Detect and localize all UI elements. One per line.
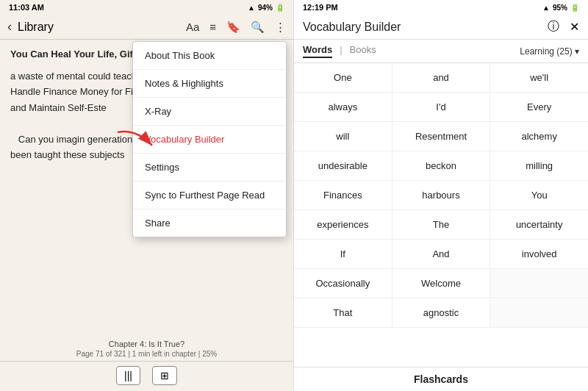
battery-icon: 🔋 [276, 4, 284, 12]
right-status-icons: ▲ 95% 🔋 [542, 4, 579, 12]
right-header-icons: ⓘ ✕ [548, 19, 579, 35]
dropdown-menu: About This Book Notes & Highlights X-Ray… [132, 41, 287, 237]
list-item[interactable]: alchemy [490, 122, 588, 151]
menu-item-about[interactable]: About This Book [133, 42, 286, 70]
list-item [490, 298, 588, 327]
battery-text: 94% [258, 4, 273, 12]
list-item[interactable]: And [392, 240, 491, 268]
list-item [490, 269, 588, 298]
tab-group: Words | Books [303, 44, 376, 58]
nav-grid-button[interactable]: ⊞ [152, 366, 177, 385]
table-row: will Resentment alchemy [294, 122, 588, 151]
list-item[interactable]: You [490, 181, 588, 209]
list-item[interactable]: Every [490, 93, 588, 121]
list-item[interactable]: will [294, 122, 392, 151]
list-item[interactable]: and [392, 63, 491, 92]
table-row: undesirable beckon milling [294, 151, 588, 181]
right-status-bar: 12:19 PM ▲ 95% 🔋 [294, 0, 588, 15]
list-item[interactable]: agnostic [392, 298, 491, 327]
flashcards-button[interactable]: Flashcards [294, 367, 588, 391]
tab-books[interactable]: Books [350, 44, 376, 58]
vocab-tabs: Words | Books Learning (25) ▾ [294, 40, 588, 63]
vocab-header: Vocabulary Builder ⓘ ✕ [294, 15, 588, 40]
list-item[interactable]: beckon [392, 151, 491, 180]
table-row: experiences The uncertainty [294, 210, 588, 240]
left-status-icons: ▲ 94% 🔋 [248, 4, 284, 12]
table-row: One and we'll [294, 63, 588, 93]
tab-words[interactable]: Words [303, 44, 332, 58]
header-icons: Aa ≡ 🔖 🔍 ⋮ [186, 21, 286, 34]
close-button[interactable]: ✕ [570, 20, 579, 34]
list-item[interactable]: milling [490, 151, 588, 180]
right-battery-icon: 🔋 [570, 4, 579, 12]
learning-filter[interactable]: Learning (25) ▾ [520, 46, 579, 57]
table-row: If And involved [294, 240, 588, 269]
left-panel: 11:03 AM ▲ 94% 🔋 ‹ Library Aa ≡ 🔖 🔍 ⋮ Yo… [0, 0, 294, 391]
bottom-nav: ||| ⊞ [0, 361, 293, 391]
left-status-bar: 11:03 AM ▲ 94% 🔋 [0, 0, 293, 15]
list-item[interactable]: experiences [294, 210, 392, 239]
menu-item-settings[interactable]: Settings [133, 154, 286, 182]
info-button[interactable]: ⓘ [548, 19, 559, 35]
menu-item-sync[interactable]: Sync to Furthest Page Read [133, 182, 286, 209]
word-grid: One and we'll always I'd Every will Rese… [294, 63, 588, 367]
list-item[interactable]: Finances [294, 181, 392, 209]
list-item[interactable]: Resentment [392, 122, 491, 151]
wifi-icon: ▲ [248, 4, 255, 12]
table-row: Finances harbours You [294, 181, 588, 210]
list-item[interactable]: undesirable [294, 151, 392, 180]
font-button[interactable]: Aa [186, 21, 199, 33]
menu-item-share[interactable]: Share [133, 209, 286, 237]
vocab-title: Vocabulary Builder [303, 21, 401, 34]
menu-item-xray[interactable]: X-Ray [133, 98, 286, 126]
table-row: always I'd Every [294, 93, 588, 122]
list-item[interactable]: If [294, 240, 392, 268]
list-item[interactable]: That [294, 298, 392, 327]
list-item[interactable]: One [294, 63, 392, 92]
back-button[interactable]: ‹ [7, 19, 12, 35]
right-battery-text: 95% [553, 4, 567, 12]
chapter-label: Chapter 4: Is It True? [0, 337, 293, 350]
list-item[interactable]: we'll [490, 63, 588, 92]
search-button[interactable]: 🔍 [251, 21, 265, 34]
bookmark-button[interactable]: 🔖 [226, 21, 240, 34]
right-panel: 12:19 PM ▲ 95% 🔋 Vocabulary Builder ⓘ ✕ … [294, 0, 588, 391]
list-item[interactable]: always [294, 93, 392, 121]
list-item[interactable]: I'd [392, 93, 491, 121]
toc-button[interactable]: ≡ [209, 21, 216, 33]
list-item[interactable]: Occasionally [294, 269, 392, 298]
menu-item-vocab[interactable]: Vocabulary Builder [133, 126, 286, 154]
nav-chapters-button[interactable]: ||| [116, 366, 140, 385]
table-row: Occasionally Welcome [294, 269, 588, 298]
progress-label: Page 71 of 321 | 1 min left in chapter |… [0, 350, 293, 361]
menu-item-notes[interactable]: Notes & Highlights [133, 70, 286, 98]
list-item[interactable]: harbours [392, 181, 491, 209]
right-time: 12:19 PM [303, 3, 338, 12]
library-title: Library [18, 21, 180, 34]
list-item[interactable]: The [392, 210, 491, 239]
more-button[interactable]: ⋮ [275, 21, 286, 34]
table-row: That agnostic [294, 298, 588, 328]
right-wifi-icon: ▲ [542, 4, 550, 12]
left-time: 11:03 AM [9, 3, 44, 12]
list-item[interactable]: uncertainty [490, 210, 588, 239]
left-header: ‹ Library Aa ≡ 🔖 🔍 ⋮ [0, 15, 293, 40]
list-item[interactable]: Welcome [392, 269, 491, 298]
list-item[interactable]: involved [490, 240, 588, 268]
tab-separator: | [340, 44, 342, 58]
